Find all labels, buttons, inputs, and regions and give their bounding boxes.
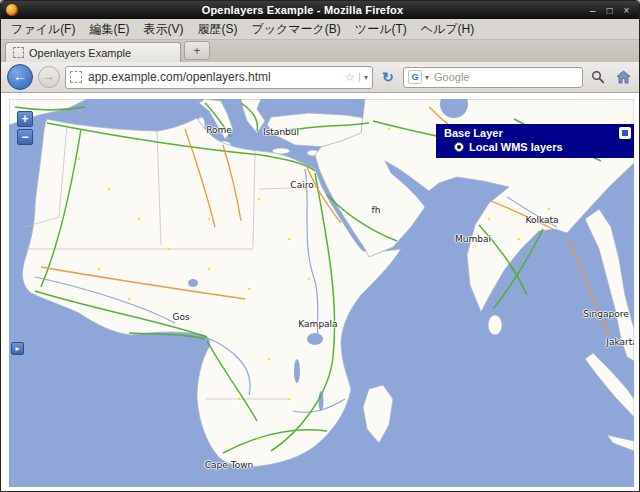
map-city-label: Rome [206, 125, 232, 135]
titlebar: Openlayers Example - Mozilla Firefox – □… [1, 1, 639, 19]
bookmark-star-icon[interactable]: ☆ [344, 70, 355, 84]
firefox-icon [6, 4, 18, 16]
tab-favicon-icon [13, 47, 24, 58]
zoom-in-button[interactable]: + [17, 111, 33, 127]
map-city-label: Gos [172, 312, 189, 322]
base-layer-radio[interactable] [454, 142, 464, 152]
back-button[interactable]: ← [7, 64, 33, 90]
url-input[interactable] [86, 69, 340, 85]
map-city-label: Cape Town [205, 460, 253, 470]
base-layer-row[interactable]: Local WMS layers [454, 141, 634, 153]
map-edge-button[interactable]: ▸ [11, 342, 24, 355]
magnifier-icon [591, 70, 605, 84]
map-city-label: Mumbai [455, 234, 491, 244]
menu-tools[interactable]: ツール(T) [348, 19, 414, 40]
map-city-label: Kolkata [525, 215, 558, 225]
search-input[interactable] [432, 70, 578, 84]
browser-window: Openlayers Example - Mozilla Firefox – □… [0, 0, 640, 492]
menu-view[interactable]: 表示(V) [136, 19, 190, 40]
zoom-out-button[interactable]: − [17, 129, 33, 145]
map-city-label: Istanbul [263, 127, 299, 137]
map-city-label: fh [372, 205, 381, 215]
layer-switcher-title: Base Layer [444, 127, 634, 139]
home-button[interactable] [613, 67, 633, 87]
layer-switcher-minimize-icon[interactable] [619, 127, 631, 139]
search-engine-dropdown-icon[interactable]: ▾ [425, 73, 429, 82]
home-icon [616, 70, 631, 84]
map-city-label: Jakarta [606, 337, 634, 347]
menu-bookmarks[interactable]: ブックマーク(B) [244, 19, 347, 40]
navigation-toolbar: ← → ☆ ▾ ↻ G ▾ [1, 62, 639, 93]
tab-openlayers-example[interactable]: Openlayers Example [5, 42, 181, 62]
url-dropdown-icon[interactable]: ▾ [359, 73, 368, 82]
map-city-label: Cairo [290, 180, 313, 190]
base-layer-label: Local WMS layers [469, 141, 563, 153]
close-button[interactable]: × [619, 4, 634, 17]
forward-button[interactable]: → [38, 66, 60, 88]
layer-switcher-panel: Base Layer Local WMS layers [436, 124, 634, 158]
menubar: ファイル(F) 編集(E) 表示(V) 履歴(S) ブックマーク(B) ツール(… [1, 19, 639, 40]
menu-file[interactable]: ファイル(F) [4, 19, 82, 40]
search-bar[interactable]: G ▾ [403, 67, 583, 88]
minimize-button[interactable]: – [585, 4, 600, 17]
window-title: Openlayers Example - Mozilla Firefox [22, 4, 583, 16]
map-city-label: Singapore [583, 309, 628, 319]
menu-edit[interactable]: 編集(E) [82, 19, 136, 40]
tab-label: Openlayers Example [29, 47, 131, 59]
tab-bar: Openlayers Example + [1, 40, 639, 62]
page-content: RomeIstanbulCairofhKolkataMumbaiGosKampa… [1, 93, 639, 491]
site-identity-icon[interactable] [70, 71, 82, 83]
reload-button[interactable]: ↻ [378, 67, 398, 87]
google-engine-icon[interactable]: G [408, 70, 422, 84]
map-city-label: Kampala [298, 319, 337, 329]
menu-history[interactable]: 履歴(S) [190, 19, 244, 40]
maximize-button[interactable]: □ [602, 4, 617, 17]
new-tab-button[interactable]: + [184, 41, 210, 60]
url-bar[interactable]: ☆ ▾ [65, 66, 373, 89]
search-go-button[interactable] [588, 67, 608, 87]
openlayers-map[interactable]: RomeIstanbulCairofhKolkataMumbaiGosKampa… [9, 99, 634, 487]
menu-help[interactable]: ヘルプ(H) [414, 19, 482, 40]
